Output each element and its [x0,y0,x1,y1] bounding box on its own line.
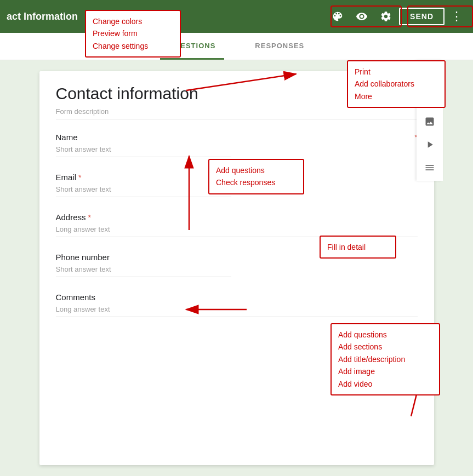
field-phone-input[interactable]: Short answer text [56,265,231,277]
field-name: Name * Short answer text [56,133,418,157]
image-icon [424,116,435,127]
field-name-input[interactable]: Short answer text [56,145,231,157]
palette-icon [332,10,344,22]
add-question-sidebar-btn[interactable]: + [419,65,441,87]
field-phone-label: Phone number [56,253,418,262]
tab-responses[interactable]: RESPONSES [246,33,313,60]
header-icons: SEND ⋮ [327,5,466,27]
add-image-sidebar-btn[interactable] [419,111,441,133]
eye-icon [356,10,368,22]
field-comments-label: Comments [56,293,418,302]
section-icon [424,162,435,173]
field-name-label: Name * [56,133,418,142]
form-body: Contact information Form description Nam… [39,71,434,349]
field-comments-input[interactable]: Long answer text [56,305,418,317]
palette-icon-btn[interactable] [327,5,349,27]
email-required: * [78,173,81,182]
field-phone: Phone number Short answer text [56,253,418,277]
add-video-sidebar-btn[interactable] [419,134,441,156]
field-address-label: Address * [56,213,418,222]
page-title: act Information [7,11,78,22]
form-title: Contact information [56,84,418,103]
field-email: Email * Short answer text [56,173,418,197]
settings-icon-btn[interactable] [375,5,397,27]
tab-questions[interactable]: QUESTIONS [160,33,225,60]
address-required: * [88,213,91,222]
form-description[interactable]: Form description [56,107,418,119]
more-menu-button[interactable]: ⋮ [447,7,466,26]
tabs-bar: QUESTIONS RESPONSES [0,33,473,60]
right-sidebar: + TT [417,60,443,181]
add-section-sidebar-btn[interactable] [419,157,441,179]
app-container: act Information SEND ⋮ [0,0,473,476]
send-button[interactable]: SEND [399,8,444,25]
field-address: Address * Long answer text [56,213,418,237]
add-title-sidebar-btn[interactable]: TT [419,88,441,110]
field-email-label: Email * [56,173,418,182]
field-comments: Comments Long answer text [56,293,418,317]
field-email-input[interactable]: Short answer text [56,185,231,197]
settings-icon [380,10,392,22]
preview-icon-btn[interactable] [351,5,373,27]
field-address-input[interactable]: Long answer text [56,225,418,237]
header: act Information SEND ⋮ [0,0,473,33]
video-icon [424,139,435,150]
form-card: Contact information Form description Nam… [39,71,434,465]
main-area: Contact information Form description Nam… [0,60,473,476]
